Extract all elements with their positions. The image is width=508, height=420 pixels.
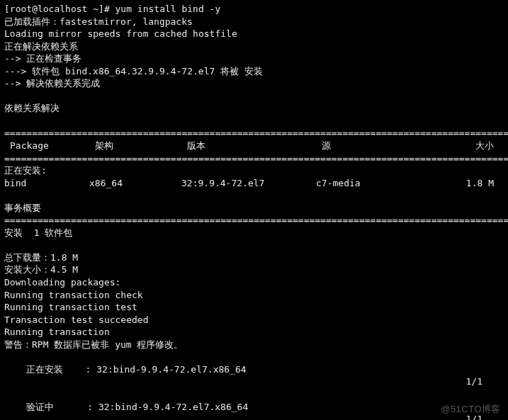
output-line: 总下载量：1.8 M [4,251,504,264]
col-size: 大小 [442,140,504,152]
output-line: 事务概要 [4,202,504,215]
output-line: 正在解决依赖关系 [4,40,504,53]
blank-line [4,189,504,202]
section-installing: 正在安装: [4,164,504,177]
step-install-text: 正在安装 : 32:bind-9.9.4-72.el7.x86_64 [16,364,247,375]
blank-line [4,239,504,251]
output-line: --> 正在检查事务 [4,52,504,65]
watermark: @51CTO博客 [441,403,501,416]
output-line: 安装大小：4.5 M [4,263,504,276]
shell-prompt: [root@localhost ~]# [4,4,115,14]
output-line: Downloading packages: [4,276,504,289]
rule-mid: ========================================… [4,152,504,165]
output-line: Transaction test succeeded [4,314,504,327]
prompt-line-1: [root@localhost ~]# yum install bind -y [4,3,504,16]
step-verify-line: 验证中 : 32:bind-9.9.4-72.el7.x86_64 1/1 [4,388,504,420]
step-verify-text: 验证中 : 32:bind-9.9.4-72.el7.x86_64 [16,402,249,412]
step-progress: 1/1 [466,375,504,388]
cell-version: 32:9.9.4-72.el7 [181,177,316,190]
rule-bottom: ========================================… [4,214,504,227]
output-line: --> 解决依赖关系完成 [4,77,504,90]
cell-package: bind [4,177,89,190]
output-line: Loading mirror speeds from cached hostfi… [4,28,504,40]
col-arch: 架构 [95,140,187,152]
cell-repo: c7-media [316,177,436,190]
blank-line [4,115,504,127]
output-line: Running transaction check [4,289,504,302]
output-line: 依赖关系解决 [4,102,504,115]
output-warning: 警告：RPM 数据库已被非 yum 程序修改。 [4,339,504,351]
col-version: 版本 [187,140,322,152]
col-repo: 源 [322,140,442,152]
blank-line [4,90,504,103]
output-line: Running transaction [4,326,504,339]
col-package: Package [4,140,95,152]
output-line: ---> 软件包 bind.x86_64.32.9.9.4-72.el7 将被 … [4,65,504,78]
rule-top: ========================================… [4,127,504,140]
step-install-line: 正在安装 : 32:bind-9.9.4-72.el7.x86_64 1/1 [4,351,504,388]
typed-command: yum install bind -y [115,4,221,14]
output-line: 安装 1 软件包 [4,227,504,239]
cell-arch: x86_64 [89,177,181,190]
output-line: 已加载插件：fastestmirror, langpacks [4,16,504,28]
table-row: bind x86_64 32:9.9.4-72.el7 c7-media 1.8… [4,177,504,190]
output-line: Running transaction test [4,301,504,314]
table-header: Package 架构 版本 源 大小 [4,140,504,152]
cell-size: 1.8 M [436,177,504,190]
